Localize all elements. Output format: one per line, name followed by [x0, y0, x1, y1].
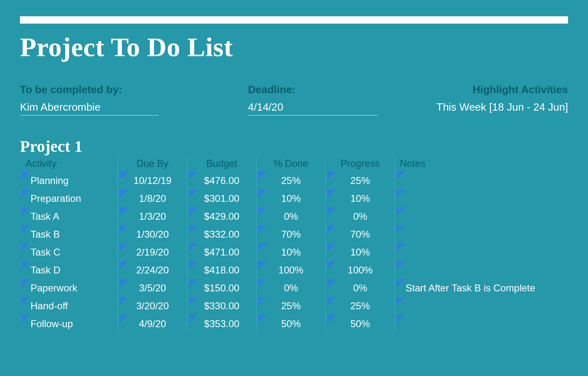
cell-activity-value: Follow-up — [31, 318, 73, 330]
meta-row: To be completed by: Kim Abercrombie Dead… — [0, 83, 588, 116]
cell-notes[interactable] — [395, 297, 574, 315]
cell-marker-icon — [397, 243, 405, 251]
cell-percent-done[interactable]: 10% — [256, 243, 325, 261]
cell-activity-value: Hand-off — [31, 300, 68, 312]
cell-budget-value: $429.00 — [204, 211, 239, 222]
cell-percent-done-value: 0% — [284, 282, 298, 294]
cell-marker-icon — [397, 279, 405, 287]
cell-marker-icon — [327, 225, 336, 234]
cell-activity[interactable]: Planning — [20, 172, 118, 190]
page-title: Project To Do List — [20, 32, 233, 63]
cell-marker-icon — [120, 243, 128, 251]
cell-notes[interactable]: Start After Task B is Complete — [395, 279, 574, 297]
highlight-activities-value: This Week [18 Jun - 24 Jun] — [411, 101, 568, 114]
cell-notes[interactable] — [395, 261, 574, 279]
cell-activity-value: Task A — [31, 211, 59, 222]
cell-budget[interactable]: $301.00 — [187, 190, 256, 208]
cell-activity[interactable]: Hand-off — [20, 297, 118, 315]
cell-notes[interactable] — [395, 243, 574, 261]
cell-progress[interactable]: 10% — [325, 190, 395, 208]
cell-progress[interactable]: 0% — [325, 208, 395, 225]
cell-due-by[interactable]: 3/20/20 — [118, 297, 187, 315]
cell-progress[interactable]: 10% — [325, 243, 395, 261]
cell-due-by[interactable]: 1/3/20 — [118, 208, 187, 225]
cell-budget-value: $476.00 — [204, 175, 239, 186]
cell-activity[interactable]: Task D — [20, 261, 118, 279]
cell-notes[interactable] — [395, 208, 574, 225]
cell-marker-icon — [120, 225, 128, 234]
table-row: Task D2/24/20$418.00100%100% — [20, 261, 568, 279]
cell-percent-done[interactable]: 0% — [256, 208, 325, 225]
cell-marker-icon — [120, 172, 128, 180]
cell-due-by-value: 2/19/20 — [136, 247, 169, 258]
cell-notes[interactable] — [395, 190, 574, 208]
cell-budget[interactable]: $429.00 — [187, 208, 256, 225]
cell-progress[interactable]: 50% — [325, 315, 395, 333]
cell-budget[interactable]: $476.00 — [187, 172, 256, 190]
cell-progress[interactable]: 100% — [325, 261, 395, 279]
cell-percent-done[interactable]: 70% — [256, 225, 325, 243]
cell-activity[interactable]: Task C — [20, 243, 118, 261]
cell-percent-done-value: 100% — [279, 265, 303, 276]
cell-activity[interactable]: Preparation — [20, 190, 118, 208]
table-row: Follow-up4/9/20$353.0050%50% — [20, 315, 568, 333]
cell-marker-icon — [189, 208, 197, 216]
cell-due-by[interactable]: 3/5/20 — [118, 279, 187, 297]
cell-marker-icon — [120, 315, 128, 323]
completed-by-value[interactable]: Kim Abercrombie — [20, 101, 158, 116]
cell-marker-icon — [22, 297, 30, 305]
cell-budget[interactable]: $353.00 — [187, 315, 256, 333]
cell-progress-value: 50% — [350, 318, 370, 330]
cell-due-by[interactable]: 4/9/20 — [118, 315, 187, 333]
cell-due-by[interactable]: 2/19/20 — [118, 243, 187, 261]
cell-marker-icon — [258, 172, 266, 180]
cell-activity[interactable]: Task B — [20, 225, 118, 243]
cell-notes[interactable] — [395, 225, 574, 243]
cell-marker-icon — [258, 297, 266, 305]
cell-budget[interactable]: $418.00 — [187, 261, 256, 279]
cell-marker-icon — [22, 315, 30, 323]
cell-percent-done[interactable]: 25% — [256, 172, 325, 190]
cell-activity-value: Planning — [31, 175, 68, 186]
task-table: Activity Due By Budget % Done Progress N… — [20, 156, 568, 333]
cell-percent-done-value: 25% — [281, 300, 301, 312]
cell-marker-icon — [258, 261, 266, 269]
cell-progress-value: 70% — [350, 229, 370, 240]
col-due-by: Due By — [136, 158, 169, 169]
cell-notes[interactable] — [395, 315, 574, 333]
table-header-row: Activity Due By Budget % Done Progress N… — [20, 156, 568, 172]
cell-budget[interactable]: $332.00 — [187, 225, 256, 243]
cell-progress[interactable]: 0% — [325, 279, 395, 297]
cell-due-by[interactable]: 10/12/19 — [118, 172, 187, 190]
cell-progress[interactable]: 25% — [325, 297, 395, 315]
cell-activity[interactable]: Follow-up — [20, 315, 118, 333]
cell-percent-done-value: 25% — [281, 175, 301, 186]
cell-percent-done[interactable]: 100% — [256, 261, 325, 279]
cell-due-by[interactable]: 1/30/20 — [118, 225, 187, 243]
cell-activity-value: Paperwork — [31, 282, 77, 294]
cell-marker-icon — [327, 297, 336, 305]
cell-marker-icon — [327, 190, 336, 198]
cell-due-by[interactable]: 1/8/20 — [118, 190, 187, 208]
cell-budget[interactable]: $150.00 — [187, 279, 256, 297]
cell-percent-done[interactable]: 0% — [256, 279, 325, 297]
cell-marker-icon — [22, 172, 30, 180]
cell-budget[interactable]: $330.00 — [187, 297, 256, 315]
deadline-value[interactable]: 4/14/20 — [248, 101, 378, 116]
cell-notes[interactable] — [395, 172, 574, 190]
cell-percent-done[interactable]: 10% — [256, 190, 325, 208]
cell-marker-icon — [397, 225, 405, 234]
cell-progress[interactable]: 25% — [325, 172, 395, 190]
col-activity: Activity — [26, 158, 57, 169]
cell-budget[interactable]: $471.00 — [187, 243, 256, 261]
cell-percent-done[interactable]: 25% — [256, 297, 325, 315]
cell-due-by[interactable]: 2/24/20 — [118, 261, 187, 279]
cell-activity[interactable]: Task A — [20, 208, 118, 225]
table-row: Paperwork3/5/20$150.000%0%Start After Ta… — [20, 279, 568, 297]
cell-activity[interactable]: Paperwork — [20, 279, 118, 297]
cell-percent-done[interactable]: 50% — [256, 315, 325, 333]
cell-marker-icon — [327, 208, 336, 216]
cell-marker-icon — [397, 208, 405, 216]
cell-progress-value: 10% — [350, 193, 370, 204]
cell-progress[interactable]: 70% — [325, 225, 395, 243]
